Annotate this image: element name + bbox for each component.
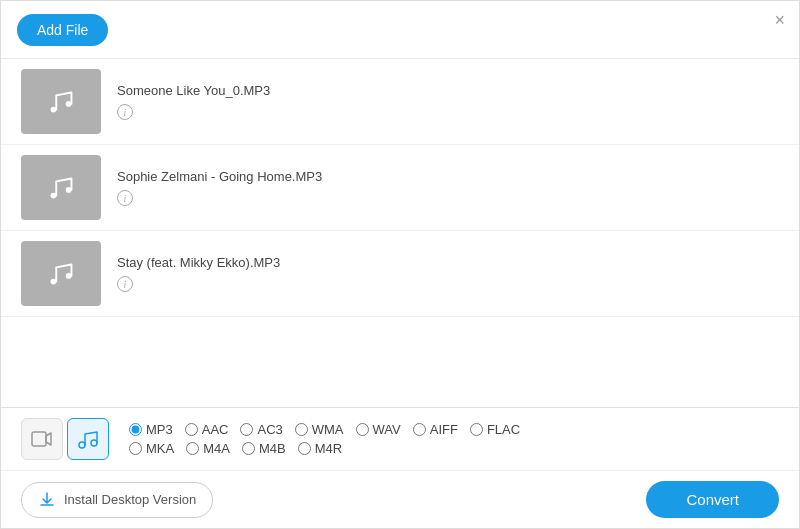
format-aac[interactable]: AAC [185, 422, 229, 437]
action-bar: Install Desktop Version Convert [1, 471, 799, 528]
format-radio-m4b[interactable] [242, 442, 255, 455]
audio-tab[interactable] [67, 418, 109, 460]
format-radio-ac3[interactable] [240, 423, 253, 436]
convert-button[interactable]: Convert [646, 481, 779, 518]
file-info: Sophie Zelmani - Going Home.MP3 i [117, 169, 322, 206]
app-container: Add File × Someone Like You_0.MP3 i [0, 0, 800, 529]
video-tab[interactable] [21, 418, 63, 460]
format-wav[interactable]: WAV [356, 422, 401, 437]
audio-icon [76, 427, 100, 451]
format-tabs [21, 418, 109, 460]
download-icon [38, 491, 56, 509]
info-icon[interactable]: i [117, 104, 133, 120]
format-radio-mka[interactable] [129, 442, 142, 455]
music-icon [42, 255, 80, 293]
file-thumbnail [21, 241, 101, 306]
format-aiff[interactable]: AIFF [413, 422, 458, 437]
file-info: Stay (feat. Mikky Ekko).MP3 i [117, 255, 280, 292]
svg-point-0 [51, 106, 57, 112]
file-list: Someone Like You_0.MP3 i Sophie Zelmani … [1, 59, 799, 407]
install-desktop-button[interactable]: Install Desktop Version [21, 482, 213, 518]
format-radio-aiff[interactable] [413, 423, 426, 436]
format-row-2: MKA M4A M4B M4R [129, 441, 779, 456]
svg-point-2 [51, 192, 57, 198]
add-file-button[interactable]: Add File [17, 14, 108, 46]
format-options: MP3 AAC AC3 WMA [129, 422, 779, 456]
svg-point-8 [91, 440, 97, 446]
top-bar: Add File × [1, 1, 799, 59]
format-radio-m4a[interactable] [186, 442, 199, 455]
close-button[interactable]: × [774, 11, 785, 29]
video-icon [30, 427, 54, 451]
list-item: Someone Like You_0.MP3 i [1, 59, 799, 145]
format-mp3[interactable]: MP3 [129, 422, 173, 437]
format-radio-mp3[interactable] [129, 423, 142, 436]
svg-point-4 [51, 278, 57, 284]
file-info: Someone Like You_0.MP3 i [117, 83, 270, 120]
file-name: Stay (feat. Mikky Ekko).MP3 [117, 255, 280, 270]
info-icon[interactable]: i [117, 190, 133, 206]
svg-rect-6 [32, 432, 46, 446]
svg-point-7 [79, 442, 85, 448]
format-section: MP3 AAC AC3 WMA [1, 408, 799, 471]
svg-point-5 [66, 273, 72, 279]
file-name: Sophie Zelmani - Going Home.MP3 [117, 169, 322, 184]
format-radio-flac[interactable] [470, 423, 483, 436]
format-row-1: MP3 AAC AC3 WMA [129, 422, 779, 437]
list-item: Stay (feat. Mikky Ekko).MP3 i [1, 231, 799, 317]
format-radio-wav[interactable] [356, 423, 369, 436]
file-thumbnail [21, 155, 101, 220]
format-wma[interactable]: WMA [295, 422, 344, 437]
file-thumbnail [21, 69, 101, 134]
bottom-panel: MP3 AAC AC3 WMA [1, 407, 799, 528]
format-ac3[interactable]: AC3 [240, 422, 282, 437]
format-m4r[interactable]: M4R [298, 441, 342, 456]
format-m4a[interactable]: M4A [186, 441, 230, 456]
format-radio-m4r[interactable] [298, 442, 311, 455]
svg-point-1 [66, 101, 72, 107]
format-flac[interactable]: FLAC [470, 422, 520, 437]
info-icon[interactable]: i [117, 276, 133, 292]
format-radio-aac[interactable] [185, 423, 198, 436]
music-icon [42, 169, 80, 207]
list-item: Sophie Zelmani - Going Home.MP3 i [1, 145, 799, 231]
format-mka[interactable]: MKA [129, 441, 174, 456]
file-name: Someone Like You_0.MP3 [117, 83, 270, 98]
format-radio-wma[interactable] [295, 423, 308, 436]
music-icon [42, 83, 80, 121]
svg-point-3 [66, 187, 72, 193]
format-m4b[interactable]: M4B [242, 441, 286, 456]
